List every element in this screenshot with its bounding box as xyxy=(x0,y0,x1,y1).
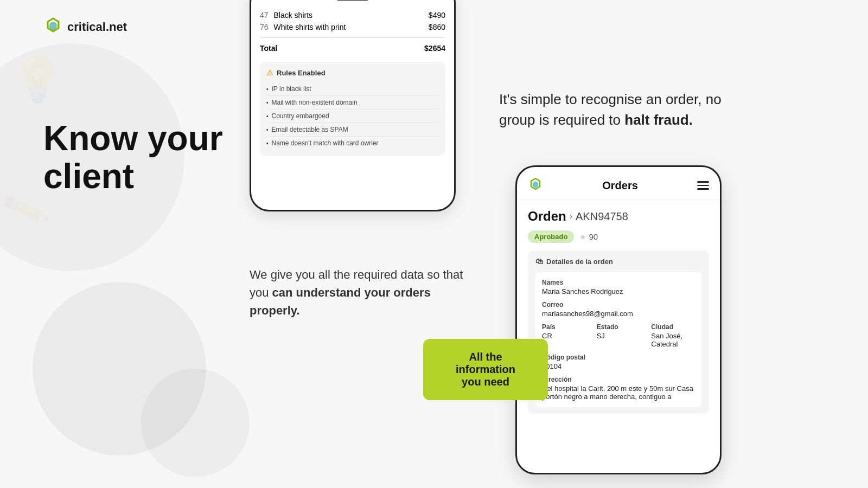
hamburger-menu[interactable] xyxy=(697,181,709,190)
phone-notch xyxy=(336,0,369,1)
location-row: País CR Estado SJ Ciudad San José, Cated… xyxy=(542,323,695,348)
address-field: Dirección Del hospital la Carit, 200 m e… xyxy=(542,376,695,401)
description-bold: can understand your orders properly. xyxy=(250,286,431,317)
order-breadcrumb: Orden › AKN94758 xyxy=(528,209,709,224)
rule-item: • Name doesn't match with card owner xyxy=(266,137,439,150)
table-divider xyxy=(260,37,445,38)
bg-circle-3 xyxy=(141,369,250,477)
email-field: Correo mariasanches98@gmail.com xyxy=(542,301,695,318)
logo-text: critical.net xyxy=(67,20,127,34)
table-total-row: Total $2654 xyxy=(260,42,445,54)
bag-icon: 🛍 xyxy=(535,257,543,266)
details-section: 🛍 Detalles de la orden Names Maria Sanch… xyxy=(528,251,709,414)
rule-item: • IP in black list xyxy=(266,82,439,96)
details-header: 🛍 Detalles de la orden xyxy=(535,257,701,266)
score-value: 90 xyxy=(589,232,598,241)
names-field: Names Maria Sanches Rodriguez xyxy=(542,279,695,296)
logo: critical.net xyxy=(43,17,127,37)
status-row: Aprobado ★ 90 xyxy=(528,230,709,243)
phone2-logo-icon xyxy=(528,178,543,193)
cta-button[interactable]: All the information you need xyxy=(423,339,548,400)
right-description: It's simple to recognise an order, no gr… xyxy=(499,89,727,130)
phone-mockup-2: Orders Orden › AKN94758 Aprobado ★ 90 🛍 … xyxy=(515,165,722,474)
status-badge: Aprobado xyxy=(528,230,574,243)
phone-mockup-1: 47 Black shirts $490 76 White shirts wit… xyxy=(250,0,456,211)
table-row: 76 White shirts with print $860 xyxy=(260,21,445,33)
svg-marker-4 xyxy=(533,181,538,188)
phone2-header: Orders xyxy=(517,167,720,200)
left-heading: Know your client xyxy=(43,119,223,196)
rule-item: • Email detectable as SPAM xyxy=(266,123,439,137)
logo-icon xyxy=(43,17,63,37)
order-table: 47 Black shirts $490 76 White shirts wit… xyxy=(260,9,445,54)
postal-field: Código postal 10104 xyxy=(542,354,695,370)
warning-icon: ⚠ xyxy=(266,68,273,77)
description-text: We give you all the required data so tha… xyxy=(250,266,477,319)
heading-text: Know your client xyxy=(43,119,223,196)
star-icon: ★ xyxy=(579,233,586,241)
detail-card: Names Maria Sanches Rodriguez Correo mar… xyxy=(535,272,701,407)
rules-section: ⚠ Rules Enabled • IP in black list • Mai… xyxy=(260,62,445,156)
rule-item: • Mail with non-existent domain xyxy=(266,96,439,110)
phone2-title: Orders xyxy=(602,179,638,192)
chevron-icon: › xyxy=(570,211,572,221)
bg-lightbulb-icon: 💡 xyxy=(11,54,65,105)
rule-item: • Country embargoed xyxy=(266,110,439,123)
rules-header: ⚠ Rules Enabled xyxy=(266,68,439,77)
table-row: 47 Black shirts $490 xyxy=(260,9,445,21)
score-row: ★ 90 xyxy=(579,232,598,241)
right-text-bold: halt fraud. xyxy=(624,112,693,128)
